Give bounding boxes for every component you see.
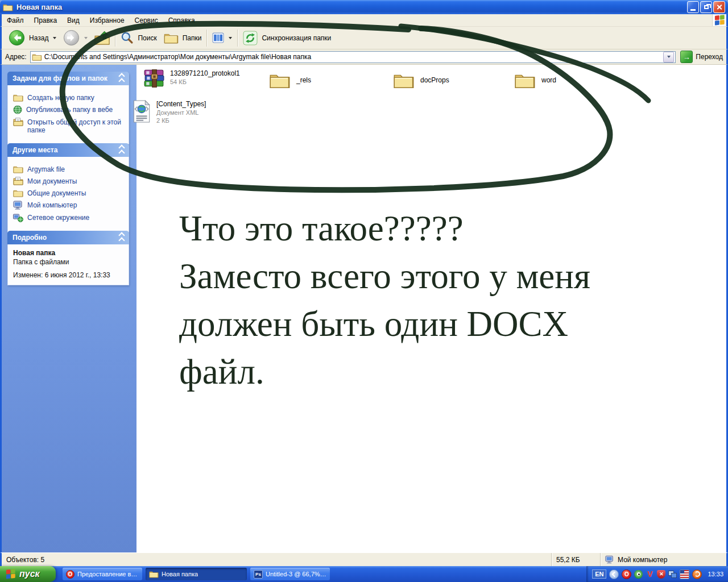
flag-tray-icon[interactable]: [680, 569, 689, 579]
details-modified: Изменен: 6 июня 2012 г., 13:33: [13, 271, 124, 279]
search-button[interactable]: Поиск: [117, 31, 160, 44]
window-titlebar: Новая папка: [0, 0, 728, 14]
annotation-line: должен быть один DOCX: [179, 300, 680, 348]
statusbar: Объектов: 5 55,2 КБ Мой компьютер: [0, 552, 728, 566]
minimize-button[interactable]: [687, 1, 699, 13]
chevron-down-icon: [667, 56, 671, 58]
folder-up-icon: [94, 31, 110, 45]
file-tile-content-types[interactable]: [Content_Types] Документ XML 2 КБ: [133, 100, 206, 124]
task-share-folder[interactable]: Открыть общий доступ к этой папке: [13, 118, 124, 134]
place-my-documents[interactable]: Мои документы: [13, 177, 124, 185]
network-tray-icon[interactable]: [668, 570, 677, 579]
place-argymak-file[interactable]: Argymak file: [13, 165, 124, 173]
address-folder-icon: [32, 53, 42, 61]
antivirus-v-icon[interactable]: V: [646, 570, 654, 579]
go-button[interactable]: → Переход: [680, 51, 723, 63]
forward-icon: [63, 30, 80, 46]
status-zone-label: Мой компьютер: [618, 556, 667, 564]
places-panel: Другие места Argymak file Мои документы …: [7, 143, 129, 232]
place-my-computer[interactable]: Мой компьютер: [13, 201, 124, 210]
file-tile-docprops[interactable]: docProps: [393, 72, 449, 89]
new-folder-icon: [13, 93, 23, 102]
menu-tools[interactable]: Сервис: [130, 15, 163, 26]
task-label: Создать новую папку: [27, 94, 94, 102]
file-tile-archive[interactable]: 1328971210_protokol1 54 КБ: [144, 69, 240, 88]
taskbar-buttons: O Предоставление вс... Новая папка Ps Un…: [63, 566, 330, 582]
taskbar-button-explorer[interactable]: Новая папка: [146, 568, 247, 580]
details-panel: Подробно Новая папка Папка с файлами Изм…: [7, 231, 129, 285]
back-button[interactable]: Назад: [5, 30, 60, 46]
menu-view[interactable]: Вид: [62, 15, 85, 26]
addressbar: Адрес: C:\Documents and Settings\Админис…: [0, 49, 728, 65]
file-tile-word[interactable]: word: [514, 72, 556, 89]
hide-icons-chevron-icon[interactable]: [609, 569, 619, 579]
go-label: Переход: [696, 53, 723, 61]
menu-help[interactable]: Справка: [163, 15, 200, 26]
folders-button[interactable]: Папки: [160, 32, 205, 44]
details-folder-name: Новая папка: [13, 249, 124, 257]
address-path: C:\Documents and Settings\Администратор\…: [44, 53, 664, 61]
task-label: Опубликовать папку в вебе: [26, 106, 113, 114]
close-button[interactable]: [713, 1, 725, 13]
back-icon: [9, 30, 25, 46]
windows-flag-icon: [6, 569, 16, 579]
file-name: 1328971210_protokol1: [170, 69, 240, 77]
menu-favorites[interactable]: Избранное: [85, 15, 130, 26]
address-input[interactable]: C:\Documents and Settings\Администратор\…: [30, 51, 676, 63]
tasks-panel: Задачи для файлов и папок Создать новую …: [7, 72, 129, 144]
forward-button[interactable]: [60, 30, 91, 46]
address-dropdown-button[interactable]: [663, 52, 674, 63]
tasks-panel-header[interactable]: Задачи для файлов и папок: [7, 72, 129, 85]
folder-icon: [149, 570, 159, 578]
collapse-chevron-icon[interactable]: [119, 233, 124, 243]
shared-documents-icon: [13, 189, 23, 197]
close-icon: [716, 4, 722, 10]
place-label: Argymak file: [27, 165, 65, 173]
taskbar-button-photoshop[interactable]: Ps Untitled-3 @ 66,7% (...: [250, 568, 330, 580]
place-network[interactable]: Сетевое окружение: [13, 214, 124, 222]
places-panel-title: Другие места: [13, 146, 119, 154]
task-publish-web[interactable]: Опубликовать папку в вебе: [13, 106, 124, 114]
folder-icon: [393, 72, 415, 89]
place-label: Мои документы: [27, 177, 77, 185]
forward-dropdown-icon[interactable]: [84, 37, 88, 39]
details-panel-header[interactable]: Подробно: [7, 231, 129, 244]
download-agent-icon[interactable]: [692, 569, 702, 579]
sync-button[interactable]: Синхронизация папки: [239, 31, 334, 45]
taskbar-button-label: Новая папка: [162, 571, 198, 577]
places-panel-header[interactable]: Другие места: [7, 143, 129, 157]
status-zone: Мой компьютер: [600, 553, 726, 566]
collapse-chevron-icon[interactable]: [119, 74, 124, 84]
task-create-folder[interactable]: Создать новую папку: [13, 94, 124, 102]
file-tile-rels[interactable]: _rels: [269, 72, 311, 89]
share-folder-icon: [13, 118, 23, 126]
taskbar: пуск O Предоставление вс... Новая папка …: [0, 566, 728, 582]
back-dropdown-icon[interactable]: [53, 37, 56, 39]
back-label: Назад: [29, 34, 48, 42]
sync-icon: [243, 31, 258, 45]
start-label: пуск: [19, 569, 40, 579]
eye-monitor-icon[interactable]: [634, 570, 643, 579]
desktop: { "colors": { "annotation_ink": "#1d2c1e…: [0, 0, 728, 582]
views-button[interactable]: [209, 32, 235, 43]
system-tray: EN O V ✕ 13:33: [586, 566, 728, 582]
status-size: 55,2 КБ: [551, 553, 600, 566]
up-button[interactable]: [91, 31, 113, 45]
task-sidebar: Задачи для файлов и папок Создать новую …: [2, 65, 136, 552]
menu-file[interactable]: Файл: [2, 15, 29, 26]
opera-tray-icon[interactable]: O: [622, 569, 631, 579]
restore-button[interactable]: [700, 1, 712, 13]
security-shield-icon[interactable]: ✕: [657, 570, 665, 579]
taskbar-button-opera[interactable]: O Предоставление вс...: [63, 568, 142, 580]
place-shared-documents[interactable]: Общие документы: [13, 189, 124, 197]
file-size: 2 КБ: [156, 117, 206, 124]
toolbar-separator: [237, 30, 238, 47]
views-dropdown-icon[interactable]: [229, 37, 232, 39]
start-button[interactable]: пуск: [0, 566, 56, 582]
address-label: Адрес:: [5, 53, 27, 61]
language-indicator[interactable]: EN: [592, 569, 606, 579]
file-type: Документ XML: [156, 109, 206, 116]
collapse-chevron-icon[interactable]: [119, 146, 124, 155]
tasks-panel-title: Задачи для файлов и папок: [13, 74, 119, 82]
menu-edit[interactable]: Правка: [29, 15, 63, 26]
